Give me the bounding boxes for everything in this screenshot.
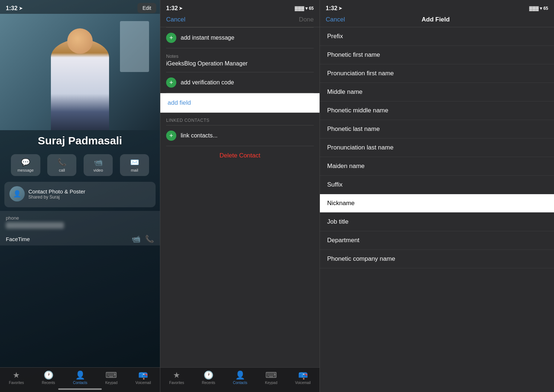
status-bar-2: 1:32 ➤ ▓▓▓ ▾ 65	[160, 0, 320, 14]
facetime-icons: 📹 📞	[132, 235, 154, 243]
phone-label: phone	[6, 215, 154, 221]
edit-button[interactable]: Edit	[137, 3, 156, 13]
p2-tab-favorites[interactable]: ★ Favorites	[169, 371, 184, 385]
p2-keypad-icon: ⌨	[265, 371, 277, 380]
p2-tab-recents[interactable]: 🕐 Recents	[202, 371, 215, 385]
panel1-contact-view: 1:32 ➤ Edit Suraj Padmasali 💬 message 📞 …	[0, 0, 160, 392]
p2-tab-keypad[interactable]: ⌨ Keypad	[265, 371, 277, 385]
contact-avatar: 👤	[9, 186, 25, 201]
link-contacts-row[interactable]: + link contacts...	[160, 125, 320, 146]
add-verification-row[interactable]: + add verification code	[160, 72, 320, 93]
cancel-button-3[interactable]: Cancel	[326, 16, 345, 23]
signal-icon-2: ▓▓▓ ▾ 65	[295, 6, 314, 11]
status-time-3: 1:32	[326, 5, 337, 12]
status-arrow-icon: ➤	[19, 6, 23, 11]
field-item-nickname[interactable]: Nickname	[320, 194, 554, 213]
add-field-list: PrefixPhonetic first namePronunciation f…	[320, 27, 554, 392]
status-time-2: 1:32	[166, 5, 178, 12]
panel1-content: 1:32 ➤ Edit Suraj Padmasali 💬 message 📞 …	[0, 0, 160, 392]
field-item-phonetic-company-name[interactable]: Phonetic company name	[320, 250, 554, 268]
field-item-phonetic-middle-name[interactable]: Phonetic middle name	[320, 101, 554, 120]
facetime-label: FaceTime	[6, 236, 30, 242]
facetime-section: FaceTime 📹 📞	[0, 231, 160, 245]
status-bar: 1:32 ➤ Edit	[0, 0, 160, 14]
add-field-row[interactable]: add field	[160, 93, 320, 113]
nav-bar-3: Cancel Add Field	[320, 14, 554, 27]
call-button[interactable]: 📞 call	[47, 154, 76, 176]
notes-title: Notes	[166, 53, 314, 59]
p2-tab-contacts[interactable]: 👤 Contacts	[233, 371, 247, 385]
cancel-button-2[interactable]: Cancel	[166, 16, 185, 23]
done-button-2[interactable]: Done	[299, 16, 314, 23]
voicemail-icon: 📪	[138, 371, 148, 380]
video-button[interactable]: 📹 video	[84, 154, 113, 176]
message-button[interactable]: 💬 message	[11, 154, 40, 176]
linked-contacts-header: LINKED CONTACTS	[160, 113, 320, 125]
panel2-scroll-area[interactable]: + add instant message Notes iGeeksBlog O…	[160, 27, 320, 367]
tab-bar-2: ★ Favorites 🕐 Recents 👤 Contacts ⌨ Keypa…	[160, 367, 320, 392]
mail-button[interactable]: ✉️ mail	[120, 154, 149, 176]
field-item-phonetic-last-name[interactable]: Phonetic last name	[320, 120, 554, 139]
person-head	[67, 28, 93, 54]
add-verification-icon: +	[166, 77, 176, 88]
phone-number	[6, 222, 64, 229]
contact-photo-title: Contact Photo & Poster	[28, 188, 85, 195]
p2-voicemail-label: Voicemail	[295, 381, 311, 385]
contact-name: Suraj Padmasali	[0, 130, 160, 151]
field-item-maiden-name[interactable]: Maiden name	[320, 157, 554, 176]
notes-content[interactable]: iGeeksBlog Operation Manager	[166, 60, 314, 67]
p2-keypad-label: Keypad	[265, 381, 277, 385]
favorites-icon: ★	[13, 371, 20, 380]
field-item-middle-name[interactable]: Middle name	[320, 83, 554, 101]
add-instant-message-icon: +	[166, 33, 176, 43]
tab-keypad[interactable]: ⌨ Keypad	[105, 371, 117, 385]
field-item-prefix[interactable]: Prefix	[320, 27, 554, 46]
add-field-label: add field	[168, 99, 191, 107]
status-arrow-3: ➤	[338, 6, 342, 11]
panel2-edit-contact: 1:32 ➤ ▓▓▓ ▾ 65 Cancel Done + add instan…	[160, 0, 320, 392]
contact-photo-poster-section[interactable]: 👤 Contact Photo & Poster Shared by Suraj	[4, 182, 156, 207]
mail-label: mail	[131, 168, 138, 172]
p2-favorites-label: Favorites	[169, 381, 184, 385]
add-verification-label: add verification code	[181, 79, 234, 86]
p2-favorites-icon: ★	[173, 371, 180, 380]
signal-icon-3: ▓▓▓ ▾ 65	[529, 6, 548, 11]
add-field-title: Add Field	[422, 16, 450, 23]
phone-section: phone	[0, 211, 160, 231]
delete-contact-row[interactable]: Delete Contact	[160, 146, 320, 165]
tab-bar: ★ Favorites 🕐 Recents 👤 Contacts ⌨ Keypa…	[0, 367, 160, 392]
tab-favorites[interactable]: ★ Favorites	[9, 371, 24, 385]
add-instant-message-row[interactable]: + add instant message	[160, 28, 320, 48]
status-arrow-2: ➤	[179, 6, 182, 11]
field-item-job-title[interactable]: Job title	[320, 213, 554, 231]
field-item-department[interactable]: Department	[320, 231, 554, 250]
call-icon: 📞	[57, 158, 67, 167]
tab-voicemail[interactable]: 📪 Voicemail	[136, 371, 151, 385]
add-instant-message-section: + add instant message	[160, 27, 320, 48]
facetime-audio-icon[interactable]: 📞	[145, 235, 154, 243]
building-decoration	[120, 21, 149, 72]
p2-contacts-icon: 👤	[235, 371, 245, 380]
nav-bar-2: Cancel Done	[160, 14, 320, 27]
recents-label: Recents	[42, 381, 55, 385]
notes-section: Notes iGeeksBlog Operation Manager	[160, 48, 320, 72]
recents-icon: 🕐	[44, 371, 53, 380]
favorites-label: Favorites	[9, 381, 24, 385]
p2-contacts-label: Contacts	[233, 381, 247, 385]
tab-recents[interactable]: 🕐 Recents	[42, 371, 55, 385]
field-item-pronunciation-first-name[interactable]: Pronunciation first name	[320, 64, 554, 83]
status-time: 1:32	[6, 5, 17, 12]
contact-photo-row: 👤 Contact Photo & Poster Shared by Suraj	[9, 186, 150, 201]
field-item-pronunciation-last-name[interactable]: Pronunciation last name	[320, 139, 554, 157]
p2-tab-voicemail[interactable]: 📪 Voicemail	[295, 371, 311, 385]
add-instant-message-label: add instant message	[181, 35, 234, 41]
delete-contact-label: Delete Contact	[220, 152, 260, 159]
video-label: video	[93, 168, 103, 172]
panel3-add-field: 1:32 ➤ ▓▓▓ ▾ 65 Cancel Add Field PrefixP…	[320, 0, 554, 392]
facetime-video-icon[interactable]: 📹	[132, 235, 141, 243]
field-item-phonetic-first-name[interactable]: Phonetic first name	[320, 46, 554, 64]
tab-contacts[interactable]: 👤 Contacts	[73, 371, 87, 385]
mail-icon: ✉️	[130, 158, 139, 167]
field-item-suffix[interactable]: Suffix	[320, 176, 554, 194]
message-icon: 💬	[21, 158, 30, 167]
